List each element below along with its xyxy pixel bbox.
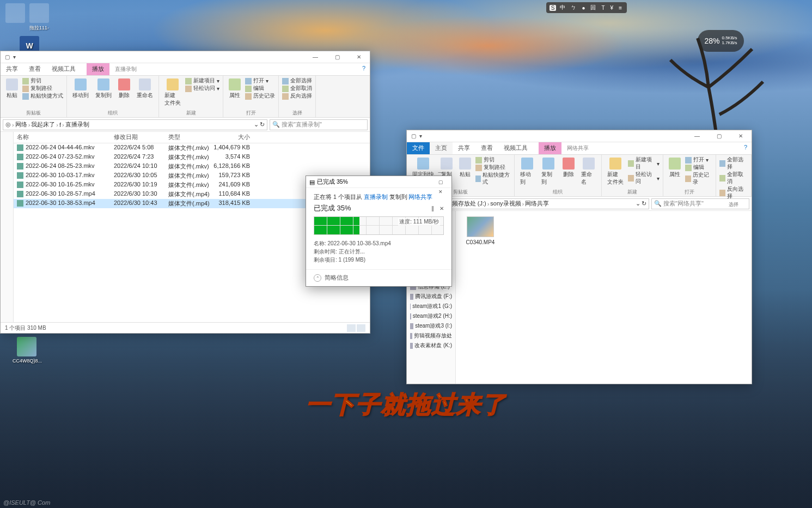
search-input[interactable]: 🔍 搜索"直播录制" <box>270 119 368 130</box>
tab-play[interactable]: 播放 <box>87 63 109 75</box>
file-view[interactable]: C0340.MP4 <box>456 211 752 384</box>
paste-shortcut-button[interactable]: 粘贴快捷方式 <box>22 93 63 100</box>
file-tile[interactable]: C0340.MP4 <box>461 216 499 245</box>
minimize-button[interactable]: — <box>433 167 448 177</box>
tab-share[interactable]: 共享 <box>453 142 475 154</box>
address-bar: ◎› 网络› 我起床了› f› 直播录制 ⌄↻ 🔍 搜索"直播录制" <box>1 118 370 132</box>
tab-view[interactable]: 查看 <box>23 63 46 75</box>
copy-progress-dialog: ▤ 已完成 35% — ▢ ✕ 正在将 1 个项目从 直播录制 复制到 网络共享… <box>306 176 452 287</box>
copypath-button[interactable]: 复制路径 <box>22 85 63 92</box>
nav-item[interactable]: 剪辑视频存放处 <box>408 331 454 341</box>
copy-icon: ▤ <box>309 179 315 185</box>
close-button[interactable]: ✕ <box>433 187 448 197</box>
cancel-button[interactable]: ✕ <box>439 205 444 211</box>
tab-share[interactable]: 共享 <box>1 63 23 75</box>
tab-file[interactable]: 文件 <box>407 142 430 154</box>
open-button[interactable]: 打开▾ <box>245 77 275 84</box>
dialog-titlebar[interactable]: ▤ 已完成 35% — ▢ ✕ <box>306 176 451 188</box>
tab-play[interactable]: 播放 <box>539 142 561 154</box>
statusbar: 1 个项目 310 MB <box>1 322 370 333</box>
tab-videotools[interactable]: 视频工具 <box>498 142 533 154</box>
nav-item[interactable]: steam游戏3 (I:) <box>408 321 454 331</box>
cut-button[interactable]: 剪切 <box>22 77 63 84</box>
newfolder-button[interactable]: 新建 文件夹 <box>162 77 183 108</box>
chevron-up-icon: ⌃ <box>314 274 321 282</box>
file-row[interactable]: 2022-06-24 08-25-23.mkv2022/6/24 10:10媒体… <box>14 162 370 171</box>
copyto-button[interactable]: 复制到 <box>93 77 114 108</box>
column-headers[interactable]: 名称 修改日期 类型 大小 <box>14 132 370 143</box>
tab-home[interactable]: 主页 <box>430 142 453 154</box>
help-icon[interactable]: ? <box>358 63 370 75</box>
view-icons-button[interactable] <box>357 324 365 332</box>
quick-access-toolbar[interactable]: ▢▾ <box>1 54 17 60</box>
explorer-window-dest: ▢▾ — ▢ ✕ 文件 主页 共享 查看 视频工具 播放 网络共享 ? 固定到快… <box>406 130 752 384</box>
system-monitor-widget[interactable]: 28% 0.5KB/s1.7KB/s <box>698 30 744 52</box>
paste-button[interactable]: 粘贴 <box>4 77 20 108</box>
newitem-button[interactable]: 新建项目▾ <box>185 77 219 84</box>
watermark: @ISEULT@ Com <box>3 499 50 506</box>
fewer-details-button[interactable]: ⌃ 简略信息 <box>306 269 451 286</box>
edit-button[interactable]: 编辑 <box>245 85 275 92</box>
paste-button[interactable]: 粘贴 <box>457 156 473 188</box>
file-row[interactable]: 2022-06-24 04-44-46.mkv2022/6/24 5:08媒体文… <box>14 143 370 153</box>
breadcrumb[interactable]: ◎› 网络› 我起床了› f› 直播录制 ⌄↻ <box>3 119 267 130</box>
maximize-button[interactable]: ▢ <box>433 177 448 187</box>
moveto-button[interactable]: 移动到 <box>70 77 91 108</box>
ribbon-tabs: 共享 查看 视频工具 播放 直播录制 ? <box>1 63 370 76</box>
context-title: 网络共享 <box>561 142 594 154</box>
speed-label: 速度: 111 MB/秒 <box>398 218 440 226</box>
ribbon: 粘贴 剪切 复制路径 粘贴快捷方式 剪贴板 移动到 复制到 删除 重命名 组织 … <box>1 76 370 118</box>
titlebar[interactable]: ▢▾ — ▢ ✕ <box>407 130 752 142</box>
video-thumbnail <box>467 216 494 237</box>
tab-view[interactable]: 查看 <box>475 142 498 154</box>
delete-button[interactable]: 删除 <box>116 77 132 108</box>
ime-logo: S <box>550 5 557 11</box>
pause-button[interactable]: ‖ <box>431 205 434 211</box>
nav-item[interactable]: 改表素材盘 (K:) <box>408 341 454 350</box>
nav-item[interactable]: 腾讯游戏盘 (F:) <box>408 292 454 301</box>
context-title: 直播录制 <box>109 63 142 75</box>
video-caption: 一下子就拖过来了 <box>306 389 506 421</box>
maximize-button[interactable]: ▢ <box>326 52 348 63</box>
easyaccess-button[interactable]: 轻松访问▾ <box>185 85 219 92</box>
titlebar[interactable]: ▢▾ — ▢ ✕ <box>1 51 370 63</box>
desktop-thumbnail[interactable]: CC4W8Q)8... <box>13 337 41 364</box>
rename-button[interactable]: 重命名 <box>135 77 155 108</box>
history-button[interactable]: 历史记录 <box>245 93 275 100</box>
selectnone-button[interactable]: 全部取消 <box>282 85 312 92</box>
selectall-button[interactable]: 全部选择 <box>282 77 312 84</box>
nav-item[interactable]: steam游戏2 (H:) <box>408 311 454 321</box>
close-button[interactable]: ✕ <box>348 52 370 63</box>
view-details-button[interactable] <box>347 324 356 332</box>
minimize-button[interactable]: — <box>304 52 326 63</box>
progress-percent: 已完成 35% <box>314 203 351 213</box>
properties-button[interactable]: 属性 <box>227 77 243 108</box>
selectinvert-button[interactable]: 反向选择 <box>282 93 312 100</box>
maximize-button[interactable]: ▢ <box>708 131 730 142</box>
copy-details: 名称: 2022-06-30 10-38-53.mp4 剩余时间: 正在计算..… <box>314 239 444 264</box>
desktop-icon[interactable]: 拖拉111- <box>25 3 53 32</box>
tab-videotools[interactable]: 视频工具 <box>46 63 81 75</box>
progress-bar: 速度: 111 MB/秒 <box>314 216 444 235</box>
nav-pane[interactable] <box>1 132 14 322</box>
close-button[interactable]: ✕ <box>730 131 752 142</box>
file-row[interactable]: 2022-06-24 07-23-52.mkv2022/6/24 7:23媒体文… <box>14 153 370 162</box>
copy-description: 正在将 1 个项目从 直播录制 复制到 网络共享 <box>314 193 444 201</box>
ime-toolbar[interactable]: S 中 ㄅ ● 回 T ¥ ≡ <box>546 2 627 13</box>
nav-item[interactable]: steam游戏1 (G:) <box>408 301 454 311</box>
minimize-button[interactable]: — <box>686 131 708 142</box>
help-icon[interactable]: ? <box>740 142 752 154</box>
